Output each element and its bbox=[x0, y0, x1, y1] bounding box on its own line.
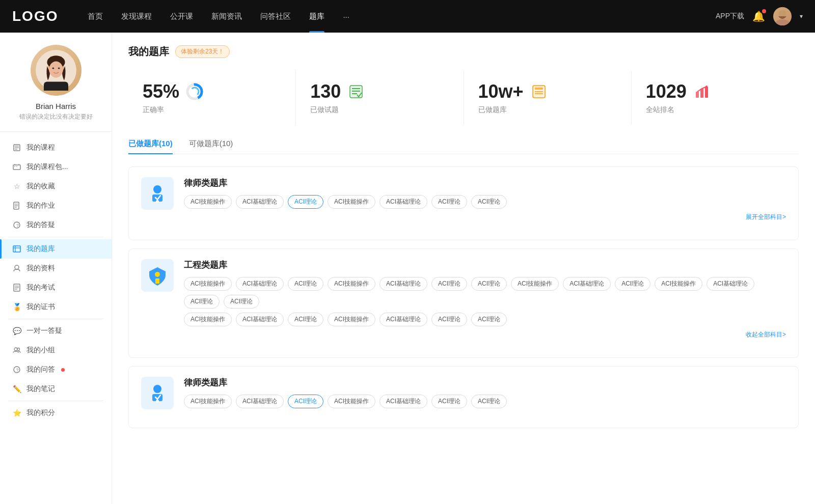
svg-point-30 bbox=[15, 265, 19, 269]
svg-point-59 bbox=[155, 272, 160, 277]
tab-done-banks[interactable]: 已做题库(10) bbox=[128, 139, 173, 154]
bank-tag-1-1[interactable]: ACI基础理论 bbox=[236, 277, 284, 291]
user-menu-chevron-icon[interactable]: ▾ bbox=[800, 13, 803, 20]
sidebar-label-my-profile: 我的资料 bbox=[26, 264, 55, 273]
profile-name: Brian Harris bbox=[36, 102, 76, 110]
svg-rect-27 bbox=[13, 246, 20, 252]
my-certificates-icon: 🏅 bbox=[12, 302, 21, 312]
bank-tag-2-4[interactable]: ACI基础理论 bbox=[379, 395, 427, 408]
svg-text:?: ? bbox=[16, 223, 19, 228]
bank-tag-1-12[interactable]: ACI理论 bbox=[184, 295, 220, 309]
sidebar-item-my-favorites[interactable]: ☆ 我的收藏 bbox=[0, 177, 112, 196]
sidebar-item-my-homework[interactable]: 我的作业 bbox=[0, 196, 112, 215]
bank-tag-2-3[interactable]: ACI技能操作 bbox=[328, 395, 375, 408]
bank-tag-1-3[interactable]: ACI技能操作 bbox=[328, 277, 375, 291]
sidebar-menu: 我的课程 我的课程包... ☆ 我的收藏 我的作业 ? bbox=[0, 132, 112, 429]
my-questions-red-dot bbox=[61, 368, 65, 372]
bank-tag-1-4[interactable]: ACI基础理论 bbox=[379, 277, 427, 291]
bank-tag-0-1[interactable]: ACI基础理论 bbox=[236, 195, 284, 209]
sidebar-item-my-groups[interactable]: 我的小组 bbox=[0, 341, 112, 360]
sidebar-item-my-question-bank[interactable]: 我的题库 bbox=[0, 239, 112, 259]
bank-tag-0-6[interactable]: ACI理论 bbox=[471, 195, 507, 209]
bank-icon-1 bbox=[141, 259, 174, 292]
bank-tag-1-11[interactable]: ACI基础理论 bbox=[707, 277, 754, 291]
bank-tag-2-6[interactable]: ACI理论 bbox=[471, 395, 507, 408]
nav-open-course[interactable]: 公开课 bbox=[161, 0, 202, 33]
nav-news[interactable]: 新闻资讯 bbox=[202, 0, 251, 33]
bank-tag-2-2[interactable]: ACI理论 bbox=[288, 395, 323, 408]
app-download-link[interactable]: APP下载 bbox=[716, 12, 744, 21]
nav-question-bank[interactable]: 题库 bbox=[300, 0, 334, 33]
bank-tag-0-2[interactable]: ACI理论 bbox=[288, 195, 323, 209]
bank-extra-tag-1-4[interactable]: ACI基础理论 bbox=[379, 313, 427, 326]
bank-extra-tag-1-2[interactable]: ACI理论 bbox=[288, 313, 323, 326]
svg-point-63 bbox=[156, 400, 159, 403]
my-question-bank-icon bbox=[12, 244, 21, 254]
bank-extra-tag-1-6[interactable]: ACI理论 bbox=[471, 313, 507, 326]
bank-tag-0-0[interactable]: ACI技能操作 bbox=[184, 195, 232, 209]
bank-tag-1-2[interactable]: ACI理论 bbox=[288, 277, 323, 291]
nav-qa[interactable]: 问答社区 bbox=[251, 0, 300, 33]
sidebar-item-my-exams[interactable]: 我的考试 bbox=[0, 278, 112, 297]
bank-tag-0-3[interactable]: ACI技能操作 bbox=[328, 195, 375, 209]
bank-tag-0-5[interactable]: ACI理论 bbox=[431, 195, 467, 209]
my-qa-icon: ? bbox=[12, 220, 21, 230]
sidebar-item-my-notes[interactable]: ✏️ 我的笔记 bbox=[0, 379, 112, 399]
stat-top-correct-rate: 55% bbox=[143, 81, 281, 102]
sidebar-item-my-courses[interactable]: 我的课程 bbox=[0, 138, 112, 157]
sidebar: Brian Harris 错误的决定比没有决定要好 我的课程 我的课程包... … bbox=[0, 33, 112, 504]
sidebar-item-my-profile[interactable]: 我的资料 bbox=[0, 259, 112, 278]
bank-card-2: 律师类题库 ACI技能操作ACI基础理论ACI理论ACI技能操作ACI基础理论A… bbox=[128, 366, 799, 428]
sidebar-label-my-favorites: 我的收藏 bbox=[26, 182, 55, 191]
my-courses-icon bbox=[12, 143, 21, 152]
svg-rect-60 bbox=[155, 278, 159, 284]
sidebar-divider-1 bbox=[8, 237, 103, 237]
correct-rate-label: 正确率 bbox=[143, 105, 281, 115]
sidebar-item-my-questions[interactable]: ? 我的问答 bbox=[0, 360, 112, 379]
bank-tag-1-10[interactable]: ACI技能操作 bbox=[655, 277, 702, 291]
ranking-label: 全站排名 bbox=[646, 105, 784, 115]
avatar bbox=[31, 45, 82, 96]
sidebar-item-my-certificates[interactable]: 🏅 我的证书 bbox=[0, 297, 112, 317]
nav-discover[interactable]: 发现课程 bbox=[112, 0, 161, 33]
my-profile-icon bbox=[12, 264, 21, 273]
bank-extra-tag-1-0[interactable]: ACI技能操作 bbox=[184, 313, 232, 326]
bank-tag-1-8[interactable]: ACI基础理论 bbox=[563, 277, 611, 291]
bank-tag-0-4[interactable]: ACI基础理论 bbox=[379, 195, 427, 209]
svg-point-55 bbox=[705, 86, 708, 88]
bank-tag-1-13[interactable]: ACI理论 bbox=[224, 295, 259, 309]
my-questions-icon: ? bbox=[12, 365, 21, 374]
bank-tag-1-7[interactable]: ACI技能操作 bbox=[511, 277, 559, 291]
sidebar-item-my-qa[interactable]: ? 我的答疑 bbox=[0, 215, 112, 235]
svg-rect-52 bbox=[696, 92, 699, 98]
sidebar-item-one-on-one[interactable]: 💬 一对一答疑 bbox=[0, 321, 112, 341]
bank-tag-2-0[interactable]: ACI技能操作 bbox=[184, 395, 232, 408]
bank-extra-tag-1-3[interactable]: ACI技能操作 bbox=[328, 313, 375, 326]
sidebar-item-my-points[interactable]: ⭐ 我的积分 bbox=[0, 403, 112, 423]
svg-point-9 bbox=[49, 70, 53, 72]
bank-extra-tag-1-5[interactable]: ACI理论 bbox=[431, 313, 467, 326]
sidebar-item-my-course-packages[interactable]: 我的课程包... bbox=[0, 157, 112, 177]
tab-available-banks[interactable]: 可做题库(10) bbox=[189, 139, 233, 154]
bank-tag-2-1[interactable]: ACI基础理论 bbox=[236, 395, 284, 408]
expand-link-1[interactable]: 收起全部科目> bbox=[184, 330, 786, 339]
bank-tag-1-6[interactable]: ACI理论 bbox=[471, 277, 507, 291]
bank-title-2: 律师类题库 bbox=[184, 377, 786, 388]
user-avatar[interactable] bbox=[773, 7, 792, 25]
expand-link-0[interactable]: 展开全部科目> bbox=[184, 213, 786, 221]
bank-tag-1-9[interactable]: ACI理论 bbox=[615, 277, 650, 291]
bank-tag-2-5[interactable]: ACI理论 bbox=[431, 395, 467, 408]
bank-tag-1-0[interactable]: ACI技能操作 bbox=[184, 277, 232, 291]
bank-tag-1-5[interactable]: ACI理论 bbox=[431, 277, 467, 291]
bank-extra-tag-1-1[interactable]: ACI基础理论 bbox=[236, 313, 284, 326]
nav-more[interactable]: ··· bbox=[334, 0, 359, 33]
my-groups-icon bbox=[12, 346, 21, 355]
svg-point-41 bbox=[191, 88, 199, 96]
notification-bell-icon[interactable]: 🔔 bbox=[752, 10, 765, 22]
bank-tags-2: ACI技能操作ACI基础理论ACI理论ACI技能操作ACI基础理论ACI理论AC… bbox=[184, 395, 786, 408]
my-homework-icon bbox=[12, 201, 21, 210]
tab-bar: 已做题库(10) 可做题库(10) bbox=[128, 139, 799, 154]
sidebar-label-my-question-bank: 我的题库 bbox=[26, 244, 55, 254]
nav-home[interactable]: 首页 bbox=[78, 0, 112, 33]
bank-title-0: 律师类题库 bbox=[184, 177, 786, 189]
